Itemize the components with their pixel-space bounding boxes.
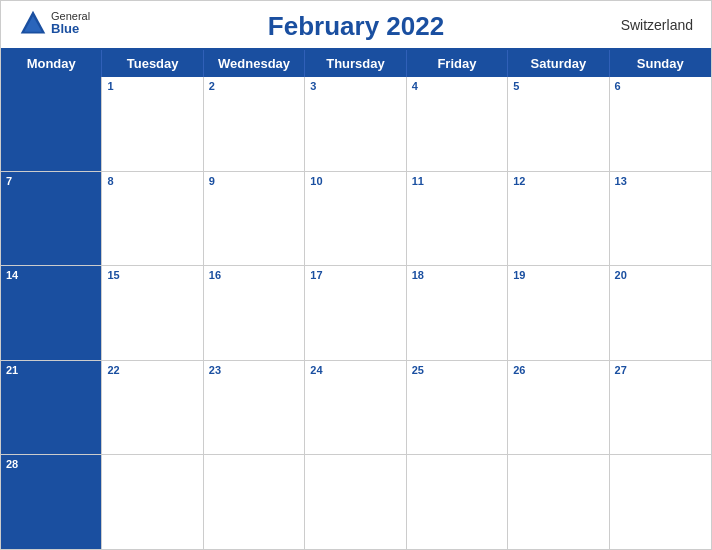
day-number: 27 [615,364,706,376]
day-cell: 27 [610,361,711,455]
day-cell: 18 [407,266,508,360]
week-row: 14151617181920 [1,266,711,361]
day-number: 10 [310,175,400,187]
day-cell [102,455,203,549]
day-number: 7 [6,175,96,187]
day-cell: 23 [204,361,305,455]
day-cell [407,455,508,549]
day-number: 11 [412,175,502,187]
day-number: 18 [412,269,502,281]
day-number: 12 [513,175,603,187]
day-cell [610,455,711,549]
day-number: 1 [107,80,197,92]
day-cell: 2 [204,77,305,171]
day-number: 9 [209,175,299,187]
day-cell: 24 [305,361,406,455]
day-cell: 14 [1,266,102,360]
day-number: 17 [310,269,400,281]
day-header-tuesday: Tuesday [102,50,203,77]
day-cell: 6 [610,77,711,171]
day-cell: 28 [1,455,102,549]
weeks-container: 1234567891011121314151617181920212223242… [1,77,711,549]
day-cell [204,455,305,549]
day-cell: 21 [1,361,102,455]
day-cell: 19 [508,266,609,360]
week-row: 28 [1,455,711,549]
day-number: 8 [107,175,197,187]
day-cell: 7 [1,172,102,266]
day-cell [305,455,406,549]
day-number: 28 [6,458,96,470]
day-cell [508,455,609,549]
calendar-grid: MondayTuesdayWednesdayThursdayFridaySatu… [1,48,711,549]
logo: General Blue [19,9,90,37]
day-number: 14 [6,269,96,281]
day-cell: 1 [102,77,203,171]
country-label: Switzerland [621,17,693,33]
day-cell: 15 [102,266,203,360]
day-header-wednesday: Wednesday [204,50,305,77]
day-header-friday: Friday [407,50,508,77]
day-cell: 12 [508,172,609,266]
day-number: 15 [107,269,197,281]
day-cell: 20 [610,266,711,360]
week-row: 21222324252627 [1,361,711,456]
calendar-header: General Blue February 2022 Switzerland [1,1,711,48]
logo-text: General Blue [51,10,90,36]
day-cell: 22 [102,361,203,455]
calendar: General Blue February 2022 Switzerland M… [0,0,712,550]
day-number: 21 [6,364,96,376]
day-cell: 17 [305,266,406,360]
day-headers-row: MondayTuesdayWednesdayThursdayFridaySatu… [1,50,711,77]
day-cell: 16 [204,266,305,360]
week-row: 78910111213 [1,172,711,267]
day-cell: 11 [407,172,508,266]
logo-blue-text: Blue [51,22,90,36]
day-cell: 5 [508,77,609,171]
day-cell: 13 [610,172,711,266]
day-number: 6 [615,80,706,92]
day-header-thursday: Thursday [305,50,406,77]
day-number: 22 [107,364,197,376]
day-number: 3 [310,80,400,92]
day-number: 5 [513,80,603,92]
day-number: 4 [412,80,502,92]
day-number: 13 [615,175,706,187]
logo-icon [19,9,47,37]
day-number: 23 [209,364,299,376]
day-number: 20 [615,269,706,281]
day-cell: 8 [102,172,203,266]
day-cell: 10 [305,172,406,266]
day-number: 25 [412,364,502,376]
day-number: 24 [310,364,400,376]
day-cell: 4 [407,77,508,171]
day-number: 26 [513,364,603,376]
day-cell: 9 [204,172,305,266]
day-cell: 26 [508,361,609,455]
day-number: 16 [209,269,299,281]
day-header-sunday: Sunday [610,50,711,77]
day-header-monday: Monday [1,50,102,77]
calendar-title: February 2022 [268,11,444,42]
day-cell: 25 [407,361,508,455]
day-header-saturday: Saturday [508,50,609,77]
day-number: 2 [209,80,299,92]
week-row: 123456 [1,77,711,172]
day-cell [1,77,102,171]
day-number: 19 [513,269,603,281]
day-cell: 3 [305,77,406,171]
